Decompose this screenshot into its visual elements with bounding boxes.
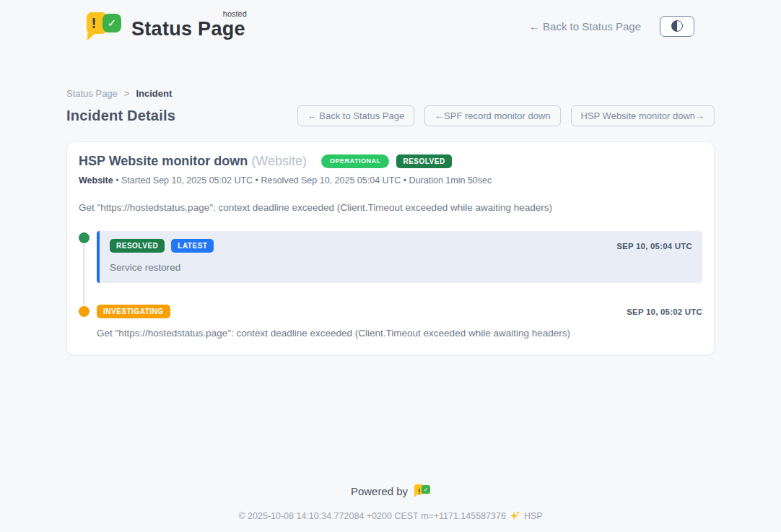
header-actions: ← Back to Status Page	[529, 16, 694, 37]
status-page-mini-logo-icon[interactable]: ! ✓	[414, 484, 430, 498]
logo-checkmark-icon: ✓	[108, 17, 117, 30]
page-title: Incident Details	[66, 108, 175, 124]
back-to-status-page-button[interactable]: ← Back to Status Page	[297, 105, 414, 126]
timeline-entry-resolved-box: RESOLVED LATEST SEP 10, 05:04 UTC Servic…	[97, 231, 702, 283]
timeline-entry-investigating-header: INVESTIGATING SEP 10, 05:02 UTC	[97, 305, 702, 318]
timeline-dot-investigating	[79, 306, 90, 317]
logo-exclamation: !	[92, 12, 97, 34]
next-incident-button[interactable]: HSP Website monitor down→	[571, 105, 715, 126]
copyright-line: © 2025-10-08 14:10:34.772084 +0200 CEST …	[0, 510, 781, 521]
logo-bubble-green: ✓	[102, 14, 121, 32]
breadcrumb: Status Page > Incident	[66, 88, 715, 99]
back-to-status-page-link[interactable]: ← Back to Status Page	[529, 20, 641, 32]
timeline-investigating-message: Get "https://hostedstatus.page": context…	[97, 328, 702, 339]
powered-by-label: Powered by	[351, 485, 408, 497]
incident-meta-component: Website	[79, 175, 113, 186]
brand-name: Status Page	[131, 18, 245, 40]
powered-by: Powered by ! ✓	[0, 484, 781, 498]
logo-text: Status Page hosted	[131, 10, 247, 40]
breadcrumb-incident: Incident	[136, 88, 172, 99]
timeline-resolved-timestamp: SEP 10, 05:04 UTC	[616, 242, 692, 250]
timeline-investigating-badge: INVESTIGATING	[97, 305, 170, 318]
timeline-latest-badge: LATEST	[171, 239, 214, 253]
breadcrumb-separator: >	[124, 88, 130, 99]
header: ! ✓ Status Page hosted ← Back to Status …	[0, 0, 781, 42]
mini-logo-bubble-green: ✓	[422, 485, 430, 494]
title-row: Incident Details ← Back to Status Page ←…	[66, 105, 715, 126]
timeline-resolved-message: Service restored	[110, 262, 692, 273]
incident-title-row: HSP Website monitor down (Website) OPERA…	[79, 154, 702, 169]
incident-timeline: RESOLVED LATEST SEP 10, 05:04 UTC Servic…	[79, 231, 702, 339]
breadcrumb-status-page[interactable]: Status Page	[66, 88, 118, 99]
prev-incident-button[interactable]: ←SPF record monitor down	[424, 105, 560, 126]
timeline-dot-resolved	[79, 232, 90, 243]
contrast-icon	[671, 20, 683, 32]
incident-card: HSP Website monitor down (Website) OPERA…	[66, 141, 715, 355]
mini-logo-exclamation: !	[418, 488, 420, 496]
sparkles-icon	[510, 510, 520, 521]
copyright-text: © 2025-10-08 14:10:34.772084 +0200 CEST …	[238, 511, 506, 521]
resolved-status-badge: RESOLVED	[396, 154, 451, 168]
incident-meta: Website • Started Sep 10, 2025 05:02 UTC…	[79, 175, 702, 186]
app-logo[interactable]: ! ✓ Status Page hosted	[87, 10, 247, 42]
timeline-resolved-badge: RESOLVED	[110, 239, 165, 253]
incident-component: (Website)	[251, 154, 307, 168]
footer: Powered by ! ✓ © 2025-10-08 14:10:34.772…	[0, 484, 781, 532]
brand-superscript: hosted	[223, 9, 247, 18]
copyright-brand: HSP	[524, 511, 543, 521]
operational-badge: OPERATIONAL	[321, 154, 389, 169]
theme-toggle-button[interactable]	[660, 16, 694, 37]
incident-nav-buttons: ← Back to Status Page ←SPF record monito…	[297, 105, 715, 126]
incident-name: HSP Website monitor down	[79, 154, 248, 168]
timeline-investigating-timestamp: SEP 10, 05:02 UTC	[627, 308, 702, 316]
incident-description: Get "https://hostedstatus.page": context…	[79, 202, 702, 213]
timeline-entry-resolved: RESOLVED LATEST SEP 10, 05:04 UTC Servic…	[79, 231, 702, 283]
mini-logo-checkmark-icon: ✓	[424, 487, 429, 493]
timeline-entry-investigating-body: INVESTIGATING SEP 10, 05:02 UTC Get "htt…	[97, 305, 702, 339]
incident-title: HSP Website monitor down (Website)	[79, 154, 307, 169]
main-content: Status Page > Incident Incident Details …	[66, 88, 715, 355]
timeline-entry-investigating: INVESTIGATING SEP 10, 05:02 UTC Get "htt…	[79, 305, 702, 339]
status-page-logo-icon: ! ✓	[87, 10, 121, 42]
incident-meta-details: • Started Sep 10, 2025 05:02 UTC • Resol…	[115, 175, 492, 186]
timeline-entry-resolved-header: RESOLVED LATEST SEP 10, 05:04 UTC	[110, 239, 692, 253]
